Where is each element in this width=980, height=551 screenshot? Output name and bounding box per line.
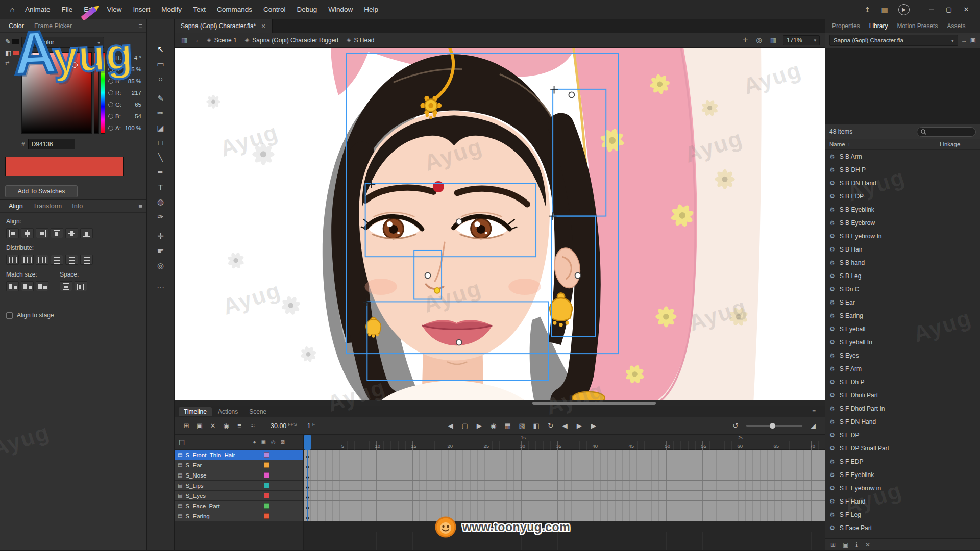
home-icon[interactable]: ⌂ [5, 3, 19, 16]
library-item-row[interactable]: ⚙ S Earing [825, 309, 980, 322]
library-item-row[interactable]: ⚙ S F Leg [825, 508, 980, 521]
timeline-layer-row[interactable]: ▤ S_Face_Part [175, 501, 303, 511]
new-symbol-icon[interactable]: ⊞ [830, 541, 836, 548]
share-icon[interactable]: ↥ [860, 3, 875, 16]
timeline-frame-row[interactable] [304, 511, 825, 521]
free-transform-tool[interactable]: ▭ [152, 57, 169, 71]
onion-skin-icon[interactable]: ▦ [501, 420, 514, 432]
color-channel-value[interactable]: 54 [135, 113, 141, 119]
color-channel-value[interactable]: 75 % [128, 66, 141, 72]
layer-outline-color-swatch[interactable] [264, 472, 270, 478]
item-properties-icon[interactable]: ℹ [855, 541, 858, 548]
menu-item[interactable]: Window [323, 6, 358, 13]
color-mode-radio[interactable] [108, 90, 113, 95]
library-item-row[interactable]: ⚙ S F Hand [825, 495, 980, 508]
space-evenly-horizontally[interactable] [75, 281, 87, 291]
layer-outline-color-swatch[interactable] [264, 462, 270, 468]
center-frame-icon[interactable]: ✛ [741, 36, 749, 44]
library-item-row[interactable]: ⚙ S B Eyebrow [825, 216, 980, 230]
restore-button[interactable]: ▢ [940, 3, 958, 17]
library-document-select[interactable]: Sapna (Gopi) Character.fla ▾ [829, 35, 958, 46]
lasso-tool[interactable]: ○ [152, 71, 169, 86]
library-item-row[interactable]: ⚙ S F DP Small Part [825, 442, 980, 455]
timeline-zoom-fit-icon[interactable]: ◢ [806, 420, 820, 432]
panel-menu-icon[interactable]: ≡ [807, 407, 821, 416]
swap-colors-icon[interactable]: ⇄ [5, 60, 10, 66]
library-item-row[interactable]: ⚙ S F Dhoti Part [825, 389, 980, 402]
canvas-horizontal-scrollbar[interactable] [175, 400, 825, 406]
distribute-right-edge[interactable] [80, 255, 93, 265]
pin-library-icon[interactable]: → [961, 37, 967, 44]
camera-icon[interactable]: ◉ [219, 420, 233, 432]
menu-item[interactable]: Text [187, 6, 211, 13]
close-icon[interactable]: ✕ [261, 23, 265, 30]
distribute-horizontal-center[interactable] [65, 255, 78, 265]
tab-align[interactable]: Align [4, 201, 28, 211]
color-channel-value[interactable]: 85 % [128, 78, 141, 84]
distribute-top-edge[interactable] [6, 255, 19, 265]
eraser-tool[interactable]: ◪ [152, 120, 169, 135]
line-tool[interactable]: ╲ [152, 150, 169, 165]
breadcrumb-item[interactable]: ◈ Scene 1 [207, 37, 237, 44]
match-width-and-height[interactable] [36, 281, 48, 291]
library-item-row[interactable]: ⚙ S B Leg [825, 269, 980, 283]
right-panel-tab[interactable]: Library [865, 21, 893, 31]
hand-tool[interactable]: ☛ [152, 243, 169, 258]
tab-scene[interactable]: Scene [244, 407, 272, 416]
layer-outline-color-swatch[interactable] [264, 513, 270, 519]
back-icon[interactable]: ← [193, 36, 203, 44]
distribute-bottom-edge[interactable] [36, 255, 48, 265]
align-to-stage-checkbox[interactable] [6, 312, 13, 319]
library-item-row[interactable]: ⚙ S B Arm [825, 150, 980, 163]
timeline-zoom-slider[interactable] [746, 425, 802, 427]
reset-timeline-zoom-icon[interactable]: ↺ [729, 420, 742, 432]
new-layer-icon[interactable]: ⊞ [180, 420, 193, 432]
match-height[interactable] [21, 281, 34, 291]
document-tab[interactable]: Sapna (Gopi) Character.fla* ✕ [175, 19, 273, 33]
current-frame-value[interactable]: 1 [307, 422, 311, 430]
right-panel-tab[interactable]: Assets [942, 21, 970, 31]
search-input[interactable] [929, 129, 970, 135]
stroke-color-swatch[interactable] [12, 39, 19, 44]
visibility-column-icon[interactable]: ◎ [271, 439, 276, 445]
breadcrumb-item[interactable]: ◈ S Head [347, 37, 375, 44]
menu-item[interactable]: Insert [128, 6, 156, 13]
library-item-row[interactable]: ⚙ S Eyes [825, 349, 980, 362]
tab-info[interactable]: Info [67, 201, 87, 211]
library-item-row[interactable]: ⚙ S F Dh P [825, 375, 980, 389]
hex-color-input[interactable] [28, 139, 75, 149]
scene-icon[interactable]: ▦ [180, 36, 189, 44]
menu-item[interactable]: Control [258, 6, 291, 13]
timeline-layer-row[interactable]: ▤ S_Earing [175, 511, 303, 521]
menu-item[interactable]: Debug [291, 6, 323, 13]
playhead[interactable] [304, 435, 311, 450]
panel-menu-icon[interactable]: ≡ [138, 22, 142, 30]
timeline-frame-row[interactable] [304, 470, 825, 481]
delete-layer-icon[interactable]: ✕ [206, 420, 219, 432]
rectangle-tool[interactable]: □ [152, 135, 169, 150]
paint-bucket-tool[interactable]: ◍ [152, 194, 169, 209]
library-search[interactable] [917, 127, 976, 137]
timeline-layer-row[interactable]: ▤ S_Ear [175, 460, 303, 470]
step-forward-icon[interactable]: ▶ [587, 420, 600, 432]
scrollbar-thumb[interactable] [532, 402, 656, 405]
color-channel-value[interactable]: 4 ° [134, 55, 141, 61]
classic-brush-tool[interactable]: ✏ [152, 106, 169, 120]
library-item-row[interactable]: ⚙ S B DH P [825, 163, 980, 177]
library-item-row[interactable]: ⚙ S F Eyebrow in [825, 482, 980, 495]
color-mode-radio[interactable] [108, 79, 113, 84]
record-icon[interactable]: ◉ [487, 420, 500, 432]
timeline-layer-row[interactable]: ▤ S_Front_Thin_Hair [175, 450, 303, 460]
distribute-vertical-center[interactable] [21, 255, 34, 265]
onion-skin-outlines-icon[interactable]: ▧ [516, 420, 529, 432]
library-item-row[interactable]: ⚙ S B Eyeblink [825, 203, 980, 216]
timeline-frame-row[interactable] [304, 501, 825, 511]
show-all-dot-icon[interactable]: ● [253, 439, 256, 445]
library-item-row[interactable]: ⚙ S Ear [825, 296, 980, 309]
frames-area[interactable]: 1s2s 510152025303540455055606570 [304, 435, 825, 550]
breadcrumb-item[interactable]: ◈ Sapna (Gopi) Character Rigged [245, 37, 338, 44]
timeline-ruler[interactable]: 1s2s 510152025303540455055606570 [304, 435, 825, 450]
library-item-row[interactable]: ⚙ S Face Part [825, 521, 980, 535]
right-panel-tab[interactable]: Motion Presets [892, 21, 942, 31]
slider-knob[interactable] [770, 423, 775, 429]
